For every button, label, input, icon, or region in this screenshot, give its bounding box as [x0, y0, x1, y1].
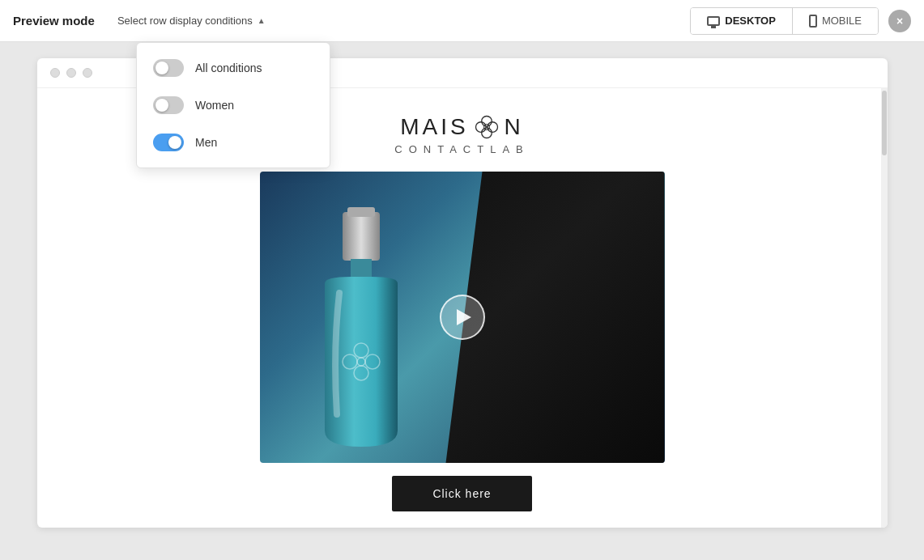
close-button[interactable]: × — [888, 10, 911, 32]
all-conditions-label: All conditions — [195, 62, 262, 74]
toggle-track-women — [153, 96, 184, 114]
svg-point-2 — [475, 122, 486, 133]
women-label: Women — [195, 99, 234, 112]
scrollbar[interactable] — [881, 87, 888, 528]
frame-dot-3 — [83, 68, 92, 78]
dropdown-item-all-conditions[interactable]: All conditions — [137, 49, 330, 87]
toggle-all-conditions[interactable] — [153, 59, 184, 77]
row-display-label: Select row display conditions — [117, 15, 253, 27]
chevron-up-icon: ▲ — [258, 16, 266, 25]
svg-point-1 — [481, 128, 492, 138]
toggle-thumb-all-conditions — [155, 62, 168, 74]
svg-point-0 — [481, 117, 492, 127]
brand-name-right: N — [505, 114, 524, 140]
play-button[interactable] — [440, 295, 485, 340]
view-toggle: DESKTOP MOBILE — [690, 7, 879, 35]
brand-name-left: MAIS — [400, 114, 468, 140]
mobile-icon — [809, 15, 817, 28]
toggle-men[interactable] — [153, 134, 184, 151]
brand-subtext: CONTACTLAB — [394, 143, 529, 155]
play-icon — [457, 309, 471, 325]
cta-button[interactable]: Click here — [392, 476, 531, 511]
brand-name-row: MAIS N — [400, 112, 524, 142]
scrollbar-thumb — [882, 91, 887, 155]
toggle-track-men — [153, 134, 184, 151]
toggle-thumb-women — [155, 99, 168, 112]
mobile-view-button[interactable]: MOBILE — [793, 8, 878, 34]
toggle-thumb-men — [168, 136, 181, 149]
toggle-track-all-conditions — [153, 59, 184, 77]
frame-dot-2 — [66, 68, 76, 78]
dropdown-item-women[interactable]: Women — [137, 87, 330, 124]
toggle-women[interactable] — [153, 96, 184, 114]
men-label: Men — [195, 136, 217, 149]
mobile-label: MOBILE — [822, 15, 862, 27]
video-placeholder — [260, 172, 665, 463]
video-overlay — [260, 172, 665, 463]
topbar: Preview mode Select row display conditio… — [0, 0, 924, 42]
cta-area: Click here — [70, 463, 855, 511]
close-icon: × — [896, 15, 903, 28]
desktop-icon — [707, 16, 720, 26]
frame-dot-1 — [50, 68, 60, 78]
desktop-label: DESKTOP — [725, 15, 776, 27]
row-display-conditions-button[interactable]: Select row display conditions ▲ — [111, 11, 272, 30]
preview-mode-label: Preview mode — [13, 14, 95, 28]
row-display-dropdown: All conditions Women Men — [136, 42, 330, 168]
svg-point-3 — [488, 122, 498, 133]
svg-point-4 — [483, 124, 489, 129]
dropdown-item-men[interactable]: Men — [137, 124, 330, 161]
brand-flower-icon — [472, 112, 501, 142]
desktop-view-button[interactable]: DESKTOP — [691, 8, 793, 34]
